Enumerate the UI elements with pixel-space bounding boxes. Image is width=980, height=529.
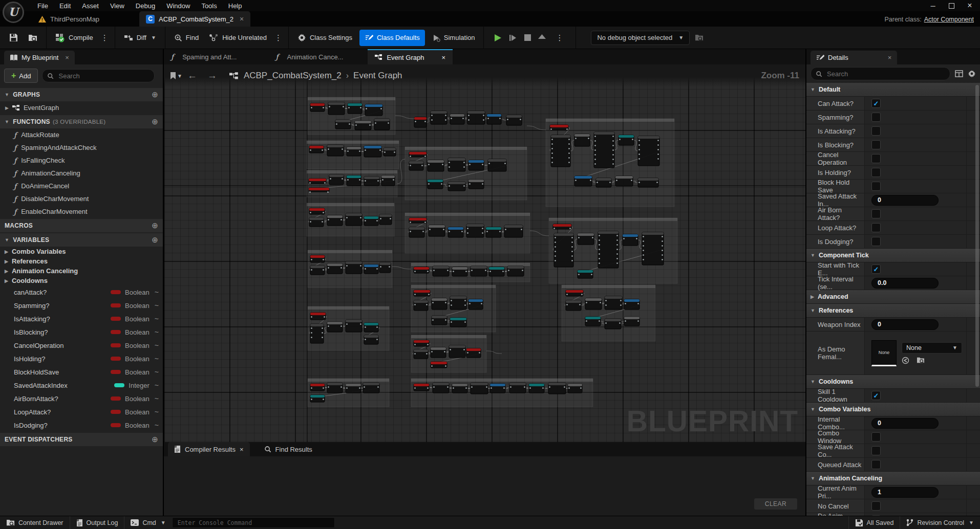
close-icon[interactable]: × bbox=[240, 446, 244, 453]
add-macro-icon[interactable]: ⊕ bbox=[152, 221, 158, 230]
compile-button[interactable]: Compile bbox=[50, 30, 98, 46]
function-item[interactable]: ƒ IsFallingCheck bbox=[0, 154, 163, 167]
browse-asset-icon[interactable] bbox=[917, 357, 925, 364]
checkbox[interactable]: ✓ bbox=[871, 168, 881, 177]
function-item[interactable]: ƒ DisableCharMovement bbox=[0, 192, 163, 205]
debug-browse-button[interactable] bbox=[690, 30, 709, 46]
browse-content-button[interactable] bbox=[23, 30, 42, 46]
event-dispatchers-header[interactable]: EVENT DISPATCHERS⊕ bbox=[0, 433, 163, 446]
tab-details[interactable]: Details × bbox=[811, 51, 897, 64]
close-button[interactable]: × bbox=[963, 1, 977, 10]
add-button[interactable]: +Add bbox=[4, 69, 38, 83]
close-tab-icon[interactable]: × bbox=[441, 54, 445, 61]
variable-item[interactable]: IsDodging? Boolean ~ bbox=[0, 418, 163, 432]
function-item[interactable]: ƒ AnimationCanceling bbox=[0, 167, 163, 180]
value-field[interactable]: 1 bbox=[871, 487, 939, 498]
expand-arrow-icon[interactable]: ▶ bbox=[5, 105, 9, 111]
graph-canvas[interactable]: ▼ ← → ACBP_CombatSystem_2 › Event Graph … bbox=[164, 64, 805, 442]
checkbox[interactable]: ✓ bbox=[871, 182, 881, 191]
tab-acbp-combatsystem[interactable]: C ACBP_CombatSystem_2 × bbox=[139, 11, 250, 27]
function-item[interactable]: ƒ DoAnimeCancel bbox=[0, 180, 163, 192]
value-field[interactable]: 0 bbox=[871, 195, 939, 206]
add-variable-icon[interactable]: ⊕ bbox=[152, 235, 158, 245]
details-scrollbar[interactable] bbox=[975, 85, 979, 387]
value-field[interactable]: 0 bbox=[871, 319, 939, 330]
variable-item[interactable]: IsAttacking? Boolean ~ bbox=[0, 312, 163, 325]
menu-view[interactable]: View bbox=[104, 1, 130, 11]
breadcrumb-root[interactable]: ACBP_CombatSystem_2 bbox=[244, 71, 342, 81]
category-header[interactable]: ▶ Advanced bbox=[806, 290, 980, 304]
variable-item[interactable]: canAttack? Boolean ~ bbox=[0, 285, 163, 299]
use-selected-asset-icon[interactable] bbox=[902, 357, 909, 364]
add-graph-icon[interactable]: ⊕ bbox=[152, 90, 158, 99]
eject-button[interactable] bbox=[538, 34, 546, 41]
find-button[interactable]: Find bbox=[169, 30, 204, 46]
class-settings-button[interactable]: Class Settings bbox=[292, 30, 357, 46]
asset-thumbnail[interactable]: None bbox=[871, 340, 897, 366]
search-input[interactable] bbox=[57, 72, 150, 80]
checkbox[interactable]: ✓ bbox=[871, 264, 881, 274]
variable-item[interactable]: LoopAttack? Boolean ~ bbox=[0, 405, 163, 418]
category-header[interactable]: ▼ Combo Variables bbox=[806, 403, 980, 416]
variable-category[interactable]: ▶ References bbox=[0, 256, 163, 266]
functions-header[interactable]: ▼FUNCTIONS(3 OVERRIDABLE)⊕ bbox=[0, 115, 163, 128]
class-defaults-button[interactable]: Class Defaults bbox=[359, 30, 425, 46]
checkbox[interactable]: ✓ bbox=[871, 99, 881, 108]
play-options-kebab[interactable]: ⋮ bbox=[553, 33, 566, 42]
cmd-selector[interactable]: Cmd▼ bbox=[124, 516, 172, 529]
graph-item-eventgraph[interactable]: ▶ EventGraph bbox=[0, 101, 163, 114]
menu-tools[interactable]: Tools bbox=[196, 1, 222, 11]
variable-item[interactable]: IsHolding? Boolean ~ bbox=[0, 352, 163, 365]
checkbox[interactable]: ✓ bbox=[871, 154, 881, 163]
checkbox[interactable]: ✓ bbox=[871, 113, 881, 122]
category-header[interactable]: ▼ References bbox=[806, 304, 980, 318]
checkbox[interactable]: ✓ bbox=[871, 209, 881, 218]
category-header[interactable]: ▼ Cooldowns bbox=[806, 375, 980, 389]
macros-header[interactable]: MACROS⊕ bbox=[0, 219, 163, 232]
hide-unrelated-kebab[interactable]: ⋮ bbox=[272, 33, 285, 42]
console-command-box[interactable] bbox=[172, 517, 335, 528]
variables-header[interactable]: ▼VARIABLES⊕ bbox=[0, 233, 163, 247]
checkbox[interactable]: ✓ bbox=[871, 460, 881, 469]
checkbox[interactable]: ✓ bbox=[871, 446, 881, 455]
clear-button[interactable]: CLEAR bbox=[754, 498, 797, 510]
category-header[interactable]: ▼ Default bbox=[806, 83, 980, 97]
function-item[interactable]: ƒ AttackRotate bbox=[0, 128, 163, 141]
menu-file[interactable]: File bbox=[32, 1, 54, 11]
graphs-header[interactable]: ▼GRAPHS⊕ bbox=[0, 88, 163, 101]
checkbox[interactable]: ✓ bbox=[871, 237, 881, 246]
frame-skip-button[interactable] bbox=[509, 34, 517, 41]
add-dispatcher-icon[interactable]: ⊕ bbox=[152, 435, 158, 444]
menu-edit[interactable]: Edit bbox=[54, 1, 76, 11]
restore-button[interactable] bbox=[944, 1, 958, 10]
details-search[interactable] bbox=[811, 67, 950, 80]
tab-spaming-and-attack[interactable]: ƒSpaming and Att... bbox=[164, 49, 244, 64]
tab-thirdpersonmap[interactable]: ThirdPersonMap bbox=[32, 11, 106, 27]
parent-class-link[interactable]: Actor Component bbox=[924, 16, 974, 23]
bookmark-chevron-icon[interactable]: ▼ bbox=[177, 73, 182, 79]
output-log-button[interactable]: Output Log bbox=[70, 516, 124, 529]
category-header[interactable]: ▼ Animation Canceling bbox=[806, 472, 980, 486]
variable-item[interactable]: IsBlocking? Boolean ~ bbox=[0, 325, 163, 339]
close-icon[interactable]: × bbox=[888, 54, 892, 61]
close-icon[interactable]: × bbox=[65, 54, 69, 61]
checkbox[interactable]: ✓ bbox=[871, 223, 881, 232]
variable-item[interactable]: AirBornAttack? Boolean ~ bbox=[0, 392, 163, 405]
details-search-input[interactable] bbox=[826, 70, 945, 78]
menu-asset[interactable]: Asset bbox=[76, 1, 104, 11]
menu-window[interactable]: Window bbox=[161, 1, 196, 11]
unreal-logo-icon[interactable]: U bbox=[3, 2, 24, 23]
blueprint-search[interactable] bbox=[42, 69, 155, 82]
variable-item[interactable]: CancelOperation Boolean ~ bbox=[0, 339, 163, 352]
content-drawer-button[interactable]: Content Drawer bbox=[0, 516, 70, 529]
bookmark-icon[interactable] bbox=[170, 72, 176, 79]
close-tab-icon[interactable]: × bbox=[240, 15, 244, 23]
debug-object-dropdown[interactable]: No debug object selected▼ bbox=[591, 31, 690, 45]
menu-debug[interactable]: Debug bbox=[130, 1, 161, 11]
save-button[interactable] bbox=[4, 30, 23, 46]
category-header[interactable]: ▼ Component Tick bbox=[806, 249, 980, 262]
variable-category[interactable]: ▶ Combo Variables bbox=[0, 247, 163, 256]
function-item[interactable]: ƒ EnableCharMovement bbox=[0, 205, 163, 218]
checkbox[interactable]: ✓ bbox=[871, 140, 881, 149]
tab-my-blueprint[interactable]: My Blueprint × bbox=[4, 51, 75, 64]
